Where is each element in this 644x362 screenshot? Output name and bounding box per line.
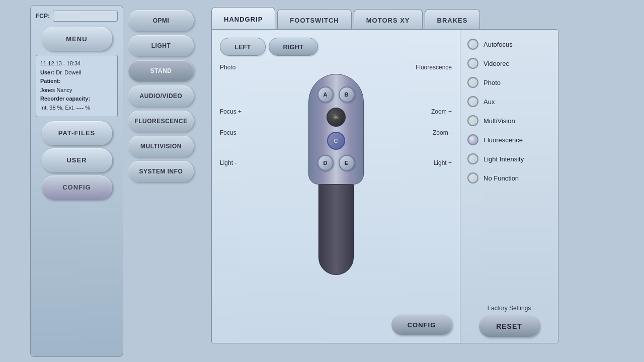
radio-light-intensity bbox=[467, 153, 478, 164]
button-a[interactable]: A bbox=[317, 86, 334, 103]
radio-no-function bbox=[467, 172, 478, 184]
button-c[interactable]: C bbox=[327, 132, 345, 150]
pat-files-button[interactable]: PAT-FILES bbox=[42, 121, 112, 145]
focus-minus-label: Focus - bbox=[220, 129, 240, 136]
light-intensity-label: Light Intensity bbox=[484, 155, 524, 163]
radio-multivision bbox=[467, 115, 478, 126]
focus-plus-label: Focus + bbox=[220, 108, 242, 115]
option-fluorescence[interactable]: Fluorescence bbox=[465, 131, 553, 148]
datetime: 11.12.13 - 18:34 bbox=[40, 59, 113, 68]
fcp-row: FCP: bbox=[36, 11, 118, 22]
opmi-button[interactable]: OPMI bbox=[128, 10, 194, 31]
handgrip-labels: Photo Fluorescence Focus + Zoom + Focus … bbox=[220, 64, 452, 275]
right-tab[interactable]: RIGHT bbox=[269, 38, 318, 56]
button-b[interactable]: B bbox=[339, 86, 355, 103]
photo-label: Photo bbox=[220, 64, 235, 71]
joystick[interactable]: ✳ bbox=[327, 108, 346, 127]
config-button[interactable]: CONFIG bbox=[42, 175, 112, 200]
patient-value: Jones Nancy bbox=[40, 86, 113, 95]
option-no-function[interactable]: No Function bbox=[465, 169, 553, 187]
radio-autofocus bbox=[467, 39, 478, 50]
factory-settings-label: Factory Settings bbox=[465, 305, 553, 312]
stand-button[interactable]: STAND bbox=[128, 60, 194, 81]
recorder-label: Recorder capacity: bbox=[40, 96, 90, 102]
multivision-button[interactable]: MULTIVISION bbox=[128, 136, 194, 157]
device-handle bbox=[318, 185, 354, 275]
option-autofocus[interactable]: Autofocus bbox=[465, 36, 553, 53]
button-e[interactable]: E bbox=[339, 155, 355, 171]
patient-label: Patient: bbox=[40, 78, 60, 84]
options-divider bbox=[465, 189, 553, 299]
btn-row-ab: A B bbox=[317, 86, 355, 103]
fcp-input[interactable] bbox=[53, 11, 118, 22]
photo-option-label: Photo bbox=[484, 79, 501, 86]
tab-handgrip[interactable]: HANDGRIP bbox=[211, 7, 275, 31]
recorder-value: Int. 98 %, Ext. ---- % bbox=[40, 104, 113, 113]
light-minus-label: Light - bbox=[220, 159, 236, 166]
options-panel: Autofocus Videorec Photo Aux MultiVision… bbox=[460, 30, 558, 343]
user-value: Dr. Dowell bbox=[56, 69, 81, 75]
top-tabs: HANDGRIP FOOTSWITCH MOTORS XY BRAKES bbox=[211, 5, 558, 31]
zoom-plus-label: Zoom + bbox=[431, 108, 452, 115]
option-aux[interactable]: Aux bbox=[465, 93, 553, 110]
radio-videorec bbox=[467, 58, 478, 69]
aux-label: Aux bbox=[484, 98, 495, 106]
tab-brakes[interactable]: BRAKES bbox=[425, 9, 480, 31]
user-button[interactable]: USER bbox=[42, 148, 112, 172]
handgrip-config-button[interactable]: CONFIG bbox=[391, 315, 452, 335]
handgrip-panel: LEFT RIGHT Photo Fluorescence Focus + Zo… bbox=[212, 30, 460, 343]
fluorescence-option-label: Fluorescence bbox=[484, 136, 523, 144]
system-info-button[interactable]: SYSTEM INFO bbox=[128, 161, 194, 182]
btn-row-de: D E bbox=[317, 155, 355, 171]
radio-aux bbox=[467, 96, 478, 107]
left-sidebar: FCP: MENU 11.12.13 - 18:34 User: Dr. Dow… bbox=[30, 5, 123, 357]
tab-footswitch[interactable]: FOOTSWITCH bbox=[277, 9, 351, 31]
main-area: LEFT RIGHT Photo Fluorescence Focus + Zo… bbox=[211, 29, 558, 343]
multivision-option-label: MultiVision bbox=[484, 117, 515, 125]
option-light-intensity[interactable]: Light Intensity bbox=[465, 150, 553, 167]
option-multivision[interactable]: MultiVision bbox=[465, 112, 553, 129]
button-d[interactable]: D bbox=[317, 155, 334, 171]
radio-photo bbox=[467, 77, 478, 88]
fcp-label: FCP: bbox=[36, 13, 50, 20]
audio-video-button[interactable]: AUDIO/VIDEO bbox=[128, 85, 194, 107]
mid-column: OPMI LIGHT STAND AUDIO/VIDEO FLUORESCENC… bbox=[128, 5, 201, 347]
joystick-icon: ✳ bbox=[333, 113, 339, 122]
lr-tabs: LEFT RIGHT bbox=[220, 38, 452, 56]
info-box: 11.12.13 - 18:34 User: Dr. Dowell Patien… bbox=[36, 55, 118, 117]
fluorescence-button[interactable]: FLUORESCENCE bbox=[128, 111, 194, 132]
fluorescence-label: Fluorescence bbox=[416, 64, 452, 71]
videorec-label: Videorec bbox=[484, 60, 509, 67]
handgrip-device: A B ✳ C D E bbox=[306, 74, 366, 275]
reset-button[interactable]: RESET bbox=[479, 316, 539, 337]
device-top: A B ✳ C D E bbox=[308, 74, 364, 185]
left-tab[interactable]: LEFT bbox=[220, 38, 266, 56]
radio-fluorescence bbox=[467, 134, 478, 145]
no-function-label: No Function bbox=[484, 174, 519, 182]
light-button[interactable]: LIGHT bbox=[128, 35, 194, 56]
option-videorec[interactable]: Videorec bbox=[465, 55, 553, 72]
zoom-minus-label: Zoom - bbox=[433, 129, 452, 136]
user-label: User: bbox=[40, 69, 54, 75]
tab-motors-xy[interactable]: MOTORS XY bbox=[354, 9, 423, 31]
autofocus-label: Autofocus bbox=[484, 41, 513, 48]
menu-button[interactable]: MENU bbox=[42, 27, 112, 51]
option-photo[interactable]: Photo bbox=[465, 74, 553, 91]
light-plus-label: Light + bbox=[434, 159, 452, 166]
